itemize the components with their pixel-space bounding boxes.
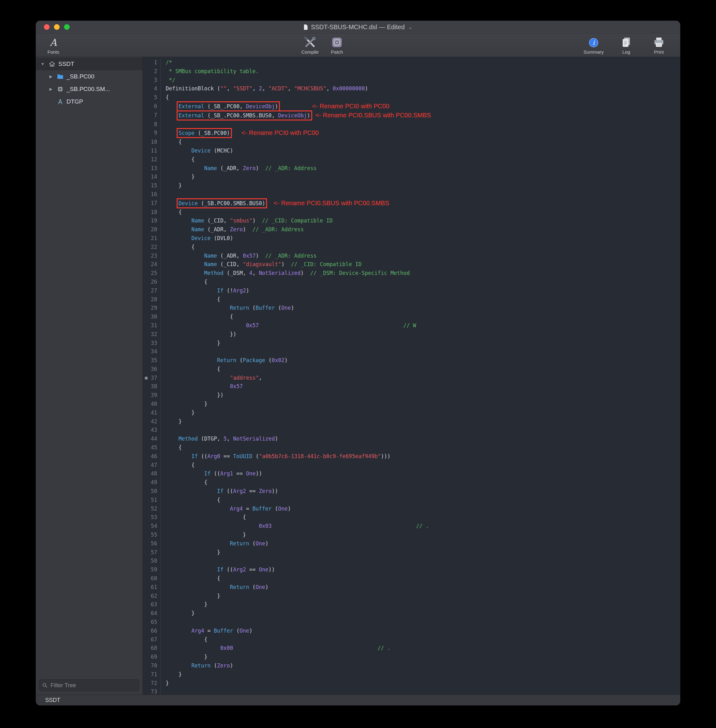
- code-token: ,: [226, 85, 233, 92]
- title-chevron-icon[interactable]: ⌄: [408, 24, 413, 30]
- code-content: }: [166, 548, 680, 557]
- code-line: 18 {: [143, 208, 680, 217]
- code-line: 57 }: [143, 548, 680, 557]
- code-line: 66 Arg4 = Buffer (One): [143, 626, 680, 635]
- code-token: [166, 322, 246, 329]
- sidebar-item-ssdt[interactable]: ▼SSDT: [36, 58, 143, 70]
- log-button[interactable]: Log: [616, 35, 636, 55]
- code-token: {: [179, 209, 182, 215]
- code-content: {: [166, 513, 680, 522]
- sidebar-item-sb-pc00-sm[interactable]: ▶_SB.PC00.SM...: [36, 83, 143, 96]
- code-line: 64 }: [143, 609, 680, 618]
- print-button[interactable]: Print: [649, 35, 669, 55]
- disclosure-triangle-icon[interactable]: ▶: [48, 87, 54, 91]
- code-line: 27 If (!Arg2): [143, 287, 680, 295]
- disclosure-triangle-icon[interactable]: ▼: [39, 62, 46, 66]
- code-token: 2: [259, 85, 262, 92]
- line-number: 16: [143, 190, 161, 199]
- code-token: {: [217, 497, 220, 503]
- code-token: (DVL0): [211, 235, 233, 241]
- code-line: 69 }: [143, 653, 680, 661]
- line-number: 40: [143, 400, 161, 408]
- code-editor[interactable]: 1/*2 * SMBus compatibility table.3 */4De…: [143, 57, 680, 695]
- code-token: [166, 532, 243, 538]
- code-token: ): [256, 165, 265, 171]
- code-content: }: [166, 173, 680, 181]
- code-token: ,: [252, 270, 259, 276]
- code-token: (: [275, 305, 281, 311]
- code-token: [166, 663, 191, 669]
- code-content: {: [166, 138, 680, 147]
- code-content: }: [166, 600, 680, 609]
- code-token: (!: [223, 287, 233, 294]
- zoom-window-button[interactable]: [64, 24, 70, 30]
- code-line: 9 Scope (_SB.PC00) <- Rename PCI0 with P…: [143, 129, 680, 138]
- code-token: [166, 130, 179, 136]
- code-token: ))): [381, 453, 391, 460]
- code-token: (MCHC): [211, 147, 233, 154]
- sidebar-item-dtgp[interactable]: DTGP: [36, 96, 143, 108]
- line-number: 23: [143, 252, 161, 261]
- code-token: Arg0: [208, 453, 220, 460]
- summary-button[interactable]: i Summary: [584, 35, 604, 55]
- code-token: "": [220, 85, 226, 92]
- code-content: Return (Zero): [166, 661, 680, 670]
- code-token: 0x03: [259, 523, 272, 529]
- code-token: ): [265, 540, 268, 547]
- sidebar-item-label: _SB.PC00: [67, 73, 94, 80]
- code-content: [166, 190, 680, 199]
- code-line: 7 External (_SB_.PC00.SMBS.BUS0, DeviceO…: [143, 111, 680, 120]
- patch-button[interactable]: Patch: [327, 35, 347, 55]
- filter-tree-field[interactable]: [39, 679, 139, 691]
- line-number: 70: [143, 661, 161, 670]
- code-content: }: [166, 609, 680, 618]
- code-token: [166, 296, 217, 302]
- compile-button[interactable]: Compile: [300, 35, 320, 55]
- code-token: Name: [191, 217, 204, 224]
- close-window-button[interactable]: [44, 24, 50, 30]
- code-line: 53 {: [143, 513, 680, 522]
- code-token: [166, 549, 217, 555]
- red-annotation-box: Scope (_SB.PC00): [179, 130, 230, 136]
- code-token: [166, 375, 230, 381]
- code-token: (_ADR,: [217, 165, 243, 171]
- code-token: [166, 645, 220, 651]
- code-token: ,: [259, 375, 262, 381]
- sidebar-item-sb-pc00[interactable]: ▶_SB.PC00: [36, 70, 143, 83]
- search-icon: [42, 683, 47, 688]
- fonts-button[interactable]: A Fonts: [43, 35, 64, 55]
- code-token: One: [240, 628, 249, 634]
- code-line: 46 If ((Arg0 == ToUUID ("a0b5b7c6-1318-4…: [143, 452, 680, 461]
- minimize-window-button[interactable]: [54, 24, 60, 30]
- code-token: "smbus": [230, 217, 253, 224]
- code-token: ,: [262, 85, 268, 92]
- disclosure-triangle-icon[interactable]: ▶: [48, 74, 54, 79]
- filter-tree-input[interactable]: [50, 682, 136, 689]
- code-line: 33 }: [143, 339, 680, 348]
- code-token: [166, 139, 179, 145]
- code-content: Name (_CID, "diagsvault") // _CID: Compa…: [166, 260, 680, 269]
- code-token: (_SB_.PC00,: [204, 103, 246, 109]
- code-content: Device (_SB.PC00.SMBS.BUS0) <- Rename PC…: [166, 199, 680, 208]
- code-token: Scope: [179, 130, 194, 136]
- code-token: Return: [217, 357, 236, 363]
- code-token: "a0b5b7c6-1318-441c-b0c9-fe695eaf949b": [259, 453, 381, 460]
- code-token: Buffer: [256, 305, 275, 311]
- line-number: 31: [143, 322, 161, 330]
- code-line: 59 If ((Arg2 == One)): [143, 566, 680, 574]
- code-content: Return (Package (0x02): [166, 356, 680, 365]
- code-content: {: [166, 243, 680, 252]
- code-line: 14 }: [143, 173, 680, 181]
- code-line: 71 }: [143, 670, 680, 679]
- code-line: 16: [143, 190, 680, 199]
- folder-icon: [56, 73, 64, 80]
- line-number: 61: [143, 583, 161, 592]
- code-token: DeviceObj: [246, 103, 275, 109]
- code-token: // _ADR: Address: [252, 226, 304, 232]
- code-content: [166, 120, 680, 129]
- code-content: Arg4 = Buffer (One): [166, 626, 680, 635]
- code-token: "diagsvault": [243, 261, 281, 267]
- code-content: [166, 347, 680, 356]
- status-bar: SSDT: [36, 695, 680, 705]
- line-number: 7: [143, 111, 161, 120]
